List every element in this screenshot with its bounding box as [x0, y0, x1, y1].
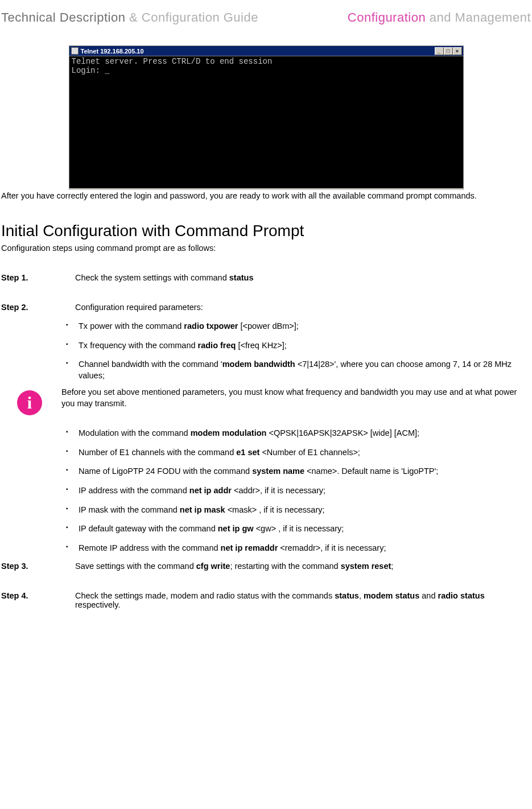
terminal-line: Telnet server. Press CTRL/D to end sessi… — [72, 57, 273, 66]
step-body: Check the settings made, modem and radio… — [75, 591, 531, 609]
list-item: IP default gateway with the command net … — [61, 523, 532, 535]
command: cfg write — [196, 562, 230, 571]
text: Tx power with the command — [79, 321, 184, 331]
text: <name>. Default name is 'LigoPTP'; — [304, 467, 438, 476]
text: Modulation with the command — [79, 428, 191, 437]
text: ; restarting with the command — [230, 562, 340, 571]
text: IP address with the command — [79, 486, 189, 495]
text: Number of E1 channels with the command — [79, 448, 236, 457]
command: status — [335, 591, 359, 600]
info-icon: i — [17, 390, 42, 415]
text: Channel bandwidth with the command ' — [79, 360, 222, 369]
command: status — [229, 273, 254, 282]
telnet-titlebar: Telnet 192.168.205.10 _ □ × — [69, 46, 464, 56]
step-1: Step 1. Check the system settings with c… — [0, 273, 532, 282]
text: Tx frequency with the command — [79, 341, 198, 350]
command: system name — [252, 467, 304, 476]
step-2: Step 2. Configuration required parameter… — [0, 303, 532, 312]
info-callout: i Before you set above mentioned paramet… — [0, 387, 532, 415]
command: modem modulation — [191, 428, 267, 437]
text: <remaddr>, if it is necessary; — [278, 543, 386, 552]
telnet-title-text: Telnet 192.168.205.10 — [81, 48, 144, 55]
text: [<freq KHz>]; — [236, 341, 286, 350]
text: and — [419, 591, 438, 600]
text: <mask> , if it is necessary; — [225, 505, 325, 514]
step-body: Check the system settings with command s… — [75, 273, 531, 282]
text: <addr>, if it is necessary; — [232, 486, 325, 495]
list-item: Modulation with the command modem modula… — [61, 428, 532, 439]
list-item: IP mask with the command net ip mask <ma… — [61, 505, 532, 516]
text: , — [359, 591, 364, 600]
text: respectively. — [75, 600, 121, 609]
command: net ip gw — [218, 524, 254, 533]
list-item: Number of E1 channels with the command e… — [61, 447, 532, 459]
paragraph: After you have correctly entered the log… — [0, 191, 532, 200]
step-label: Step 2. — [1, 303, 75, 312]
bullet-list: Tx power with the command radio txpower … — [61, 321, 532, 381]
text: Name of LigoPTP 24 FODU with the command — [79, 467, 252, 476]
step-body: Save settings with the command cfg write… — [75, 562, 531, 571]
text: IP mask with the command — [79, 505, 180, 514]
step-4: Step 4. Check the settings made, modem a… — [0, 591, 532, 609]
text: <QPSK|16APSK|32APSK> [wide] [ACM]; — [266, 428, 419, 437]
command: radio txpower — [184, 321, 238, 331]
text: Remote IP address with the command — [79, 543, 221, 552]
text: Check the settings made, modem and radio… — [75, 591, 335, 600]
telnet-app-icon — [71, 47, 79, 55]
list-item: Name of LigoPTP 24 FODU with the command… — [61, 466, 532, 477]
header-left: Technical Description & Configuration Gu… — [1, 10, 258, 25]
close-button[interactable]: × — [453, 47, 462, 55]
step-label: Step 4. — [1, 591, 75, 609]
header-right-grey: and Management — [426, 10, 531, 24]
list-item: Tx power with the command radio txpower … — [61, 321, 532, 332]
command: net ip mask — [180, 505, 225, 514]
text: Save settings with the command — [75, 562, 196, 571]
command: net ip remaddr — [221, 543, 278, 552]
text: Check the system settings with command — [75, 273, 229, 282]
section-heading: Initial Configuration with Command Promp… — [0, 222, 532, 240]
step-body: Configuration required parameters: — [75, 303, 531, 312]
terminal-body[interactable]: Telnet server. Press CTRL/D to end sessi… — [69, 56, 464, 190]
text: ; — [391, 562, 393, 571]
terminal-line: Login: _ — [72, 66, 110, 75]
text: IP default gateway with the command — [79, 524, 218, 533]
page-header: Technical Description & Configuration Gu… — [0, 0, 532, 25]
maximize-button[interactable]: □ — [444, 47, 453, 55]
command: e1 set — [236, 448, 259, 457]
list-item: Remote IP address with the command net i… — [61, 543, 532, 554]
step-label: Step 1. — [1, 273, 75, 282]
command: radio freq — [198, 341, 236, 350]
command: net ip addr — [189, 486, 232, 495]
list-item: Channel bandwidth with the command 'mode… — [61, 359, 532, 381]
header-left-dark: Technical Description — [1, 10, 125, 24]
text: <gw> , if it is necessary; — [254, 524, 344, 533]
bullet-list: Modulation with the command modem modula… — [61, 428, 532, 554]
paragraph: Configuration steps using command prompt… — [0, 243, 532, 253]
command: modem status — [364, 591, 419, 600]
list-item: Tx frequency with the command radio freq… — [61, 340, 532, 352]
header-right-pink: Configuration — [348, 10, 426, 24]
telnet-title-left: Telnet 192.168.205.10 — [69, 47, 144, 55]
window-controls: _ □ × — [435, 47, 463, 55]
list-item: IP address with the command net ip addr … — [61, 485, 532, 497]
text: <Number of E1 channels>; — [259, 448, 360, 457]
info-text: Before you set above mentioned parameter… — [61, 387, 531, 409]
step-3: Step 3. Save settings with the command c… — [0, 562, 532, 571]
command: modem bandwidth — [222, 360, 295, 369]
telnet-window: Telnet 192.168.205.10 _ □ × Telnet serve… — [69, 46, 464, 190]
command: radio status — [438, 591, 485, 600]
command: system reset — [341, 562, 391, 571]
text: [<power dBm>]; — [238, 321, 298, 331]
step-label: Step 3. — [1, 562, 75, 571]
header-right: Configuration and Management — [348, 10, 531, 25]
header-left-light: & Configuration Guide — [125, 10, 258, 24]
minimize-button[interactable]: _ — [435, 47, 444, 55]
